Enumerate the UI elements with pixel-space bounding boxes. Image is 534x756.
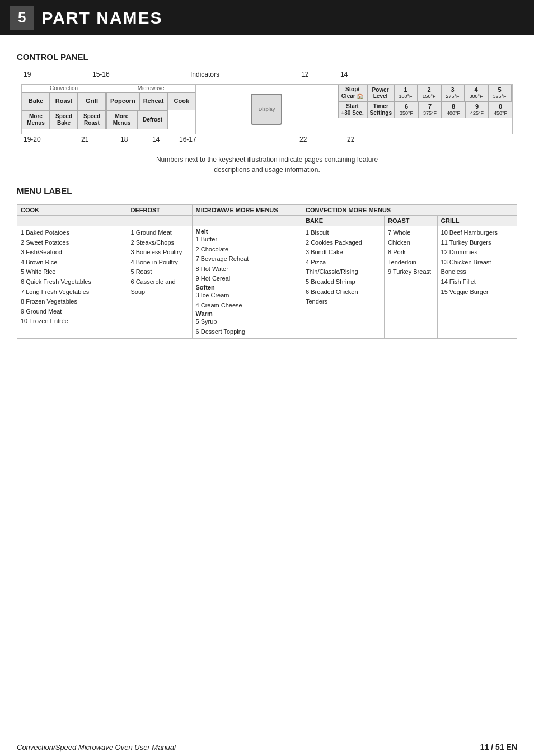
grill-items: 10 Beef Hamburgers 11 Turkey Burgers 12 … [437, 226, 517, 339]
micro-items: Melt 1 Butter 2 Chocolate 7 Beverage Reh… [192, 226, 302, 339]
display-area: Display [196, 85, 338, 134]
label-indicators: Indicators [190, 71, 219, 78]
col-sub-grill: GRILL [437, 216, 517, 226]
menu-data-row: 1 Baked Potatoes 2 Sweet Potatoes 3 Fish… [17, 226, 517, 339]
start-button[interactable]: Start+30 Sec. [338, 101, 367, 118]
col-sub-cook [17, 216, 127, 226]
num0-button[interactable]: 0450°F [489, 101, 512, 118]
reheat-button[interactable]: Reheat [139, 92, 168, 110]
page-number: 5 [10, 6, 34, 30]
stop-clear-button[interactable]: Stop/Clear 🏠 [338, 85, 367, 101]
num5-button[interactable]: 5325°F [488, 85, 512, 101]
speed-roast-button[interactable]: SpeedRoast [78, 110, 106, 129]
col-sub-roast: ROAST [385, 216, 438, 226]
roast-button[interactable]: Roast [50, 92, 78, 110]
num6-button[interactable]: 6350°F [395, 101, 418, 118]
num3-button[interactable]: 3275°F [441, 85, 465, 101]
menu-label-title: MENU LABEL [17, 186, 517, 195]
label-22-left: 22 [299, 136, 307, 143]
defrost-items: 1 Ground Meat 2 Steaks/Chops 3 Boneless … [127, 226, 192, 339]
label-12: 12 [301, 71, 308, 78]
warm-heading: Warm [196, 310, 213, 317]
label-19: 19 [24, 71, 31, 78]
page-header: 5 PART NAMES [0, 0, 534, 35]
roast-items: 7 Whole Chicken 8 Pork Tenderloin 9 Turk… [385, 226, 438, 339]
page-title: PART NAMES [41, 8, 162, 27]
diagram-caption: Numbers next to the keysheet illustratio… [17, 155, 517, 175]
num2-button[interactable]: 2150°F [418, 85, 441, 101]
bake-items: 1 Biscuit 2 Cookies Packaged 3 Bundt Cak… [302, 226, 384, 339]
soften-heading: Soften [196, 284, 215, 291]
melt-heading: Melt [196, 228, 208, 235]
label-14-top: 14 [340, 71, 348, 78]
col-sub-bake: BAKE [302, 216, 384, 226]
col-header-defrost: DEFROST [127, 205, 192, 216]
control-panel-title: CONTROL PANEL [17, 52, 517, 62]
speed-bake-button[interactable]: SpeedBake [50, 110, 78, 129]
menu-table: COOK DEFROST MICROWAVE MORE MENUS CONVEC… [17, 204, 517, 339]
col-sub-micro [192, 216, 302, 226]
num7-button[interactable]: 7375°F [418, 101, 442, 118]
cook-button[interactable]: Cook [167, 92, 195, 110]
footer-right-text: 11 / 51 EN [480, 743, 517, 752]
control-panel-diagram: 19 15-16 Indicators 12 14 Convection Bak… [17, 71, 517, 149]
label-19-20: 19-20 [24, 136, 41, 143]
bake-button[interactable]: Bake [22, 92, 50, 110]
more-menus-micro-button[interactable]: MoreMenus [106, 110, 137, 129]
display-screen: Display [251, 94, 282, 125]
col-header-convection: CONVECTION MORE MENUS [302, 205, 517, 216]
power-level-button[interactable]: PowerLevel [367, 85, 394, 101]
footer-left-text: Convection/Speed Microwave Oven User Man… [17, 743, 176, 752]
label-22-right: 22 [347, 136, 354, 143]
num9-button[interactable]: 9425°F [465, 101, 489, 118]
keysheet: Convection Bake Roast Grill MoreMenus Sp… [21, 84, 513, 134]
right-controls: Stop/Clear 🏠 PowerLevel 1100°F 2150°F 32… [338, 85, 512, 134]
num4-button[interactable]: 4300°F [465, 85, 488, 101]
label-18: 18 [120, 136, 128, 143]
num1-button[interactable]: 1100°F [394, 85, 418, 101]
col-header-cook: COOK [17, 205, 127, 216]
col-header-micro: MICROWAVE MORE MENUS [192, 205, 302, 216]
label-21: 21 [81, 136, 88, 143]
top-labels: 19 15-16 Indicators 12 14 [17, 71, 517, 83]
timer-settings-button[interactable]: TimerSettings [367, 101, 395, 118]
microwave-label: Microwave [106, 85, 195, 92]
menu-label-section: MENU LABEL COOK DEFROST MICROWAVE MORE M… [17, 186, 517, 339]
defrost-button[interactable]: Defrost [137, 110, 168, 129]
convection-label: Convection [22, 85, 106, 92]
num8-button[interactable]: 8400°F [442, 101, 465, 118]
label-14-bottom: 14 [152, 136, 160, 143]
bottom-labels: 19-20 21 18 14 16-17 22 22 [17, 136, 517, 149]
page-footer: Convection/Speed Microwave Oven User Man… [0, 738, 534, 756]
col-sub-defrost [127, 216, 192, 226]
more-menus-conv-button[interactable]: MoreMenus [22, 110, 50, 129]
cook-items: 1 Baked Potatoes 2 Sweet Potatoes 3 Fish… [17, 226, 127, 339]
label-16-17: 16-17 [179, 136, 196, 143]
grill-button[interactable]: Grill [78, 92, 106, 110]
popcorn-button[interactable]: Popcorn [106, 92, 139, 110]
label-15-16: 15-16 [92, 71, 110, 78]
